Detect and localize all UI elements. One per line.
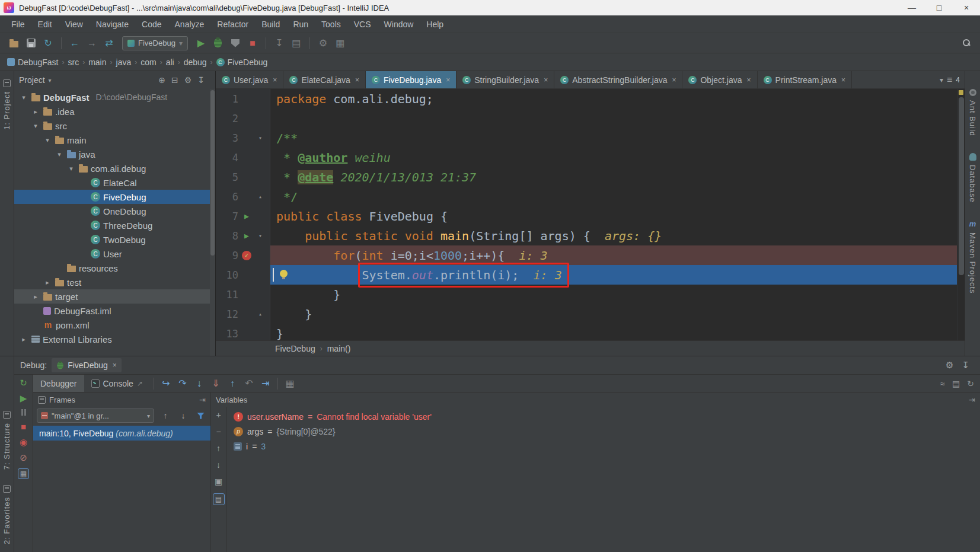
profiler-grid-icon[interactable]: ▦ <box>333 36 348 51</box>
gutter[interactable]: 1 <box>216 89 270 109</box>
project-panel-title[interactable]: Project <box>19 75 45 85</box>
code-editor[interactable]: 1package com.ali.debug;23▾/**4 * @author… <box>216 89 965 340</box>
search-everywhere-icon[interactable] <box>959 36 974 51</box>
tree-item-fivedebug[interactable]: CFiveDebug <box>14 190 215 204</box>
gutter[interactable]: 8▶▾ <box>216 226 270 245</box>
show-watches-toggle[interactable]: ▤ <box>213 493 225 505</box>
stop-icon[interactable]: ■ <box>21 422 26 431</box>
menu-refactor[interactable]: Refactor <box>210 20 255 29</box>
gutter[interactable]: 2 <box>216 109 270 128</box>
tree-item-elatecal[interactable]: CElateCal <box>14 176 215 190</box>
run-config-select[interactable]: FiveDebug ▾ <box>122 36 188 50</box>
mute-breakpoints-icon[interactable]: ⊘ <box>20 453 27 462</box>
tab-abstractstringbuilder-java[interactable]: CAbstractStringBuilder.java× <box>554 71 682 88</box>
breadcrumb-java[interactable]: java <box>116 58 132 67</box>
gutter[interactable]: 13 <box>216 324 270 340</box>
show-execution-point-icon[interactable]: ↪ <box>158 375 174 392</box>
code-text[interactable]: } <box>270 288 340 302</box>
fold-open-icon[interactable]: ▾ <box>255 232 266 239</box>
run-to-cursor-icon[interactable]: ⇥ <box>257 375 274 392</box>
tab-user-java[interactable]: CUser.java× <box>216 71 283 88</box>
tree-expanded-icon[interactable]: ▾ <box>55 151 64 158</box>
run-button[interactable]: ▶ <box>193 36 209 51</box>
breadcrumb-debugfast[interactable]: DebugFast <box>7 58 58 67</box>
lightbulb-icon[interactable] <box>280 270 288 277</box>
force-step-into-icon[interactable]: ⇓ <box>208 375 224 392</box>
tree-item-debugfast[interactable]: ▾DebugFastD:\code\DebugFast <box>14 90 215 104</box>
hide-panel-icon[interactable]: ↧ <box>962 360 969 371</box>
tool-button-database[interactable]: Database <box>968 153 977 203</box>
pin-right-icon[interactable]: ⇥ <box>199 395 206 404</box>
minimize-button[interactable]: — <box>898 0 925 15</box>
tree-expanded-icon[interactable]: ▾ <box>31 122 40 130</box>
locate-icon[interactable]: ⊕ <box>158 75 165 85</box>
tool-button-project[interactable]: 1: Project <box>2 79 11 130</box>
menu-window[interactable]: Window <box>378 20 420 29</box>
tree-item-src[interactable]: ▾src <box>14 119 215 133</box>
gear-icon[interactable]: ⚙ <box>946 360 953 371</box>
layout-icon[interactable]: ▤ <box>952 379 960 388</box>
fold-close-icon[interactable]: ▴ <box>255 193 266 200</box>
gutter[interactable]: 4 <box>216 148 270 167</box>
tree-item-resources[interactable]: resources <box>14 261 215 275</box>
close-icon[interactable]: × <box>672 76 676 84</box>
code-text[interactable]: public class FiveDebug { <box>270 209 448 224</box>
fold-close-icon[interactable]: ▴ <box>255 311 266 317</box>
previous-frame-icon[interactable]: ↑ <box>159 411 172 420</box>
close-icon[interactable]: × <box>544 76 548 84</box>
compare-icon[interactable]: ⇄ <box>101 36 117 51</box>
code-text[interactable]: package com.ali.debug; <box>270 92 433 106</box>
resume-icon[interactable]: ▶ <box>20 394 27 403</box>
drop-frame-icon[interactable]: ↶ <box>241 375 257 392</box>
dump-threads-icon[interactable]: ▤ <box>289 36 304 51</box>
tab-stringbuilder-java[interactable]: CStringBuilder.java× <box>457 71 554 88</box>
tool-button-structure[interactable]: 7: Structure <box>2 411 11 470</box>
settings-wrench-icon[interactable]: ⚙ <box>315 36 331 51</box>
tree-item-java[interactable]: ▾java <box>14 147 215 161</box>
close-icon[interactable]: × <box>747 76 751 84</box>
move-up-icon[interactable]: ↑ <box>216 443 221 453</box>
run-line-icon[interactable]: ▶ <box>238 231 255 240</box>
breakpoint-gutter[interactable]: ✓ <box>238 251 255 260</box>
code-text[interactable]: } <box>270 307 312 321</box>
step-over-icon[interactable]: ↷ <box>174 375 191 392</box>
tab-elatecal-java[interactable]: CElateCal.java× <box>283 71 366 88</box>
breadcrumb-com[interactable]: com <box>141 58 156 67</box>
rerun-icon[interactable]: ↻ <box>20 378 27 387</box>
tree-collapsed-icon[interactable]: ▸ <box>19 336 28 343</box>
debug-session-tab[interactable]: FiveDebug × <box>52 358 122 372</box>
duplicate-watch-icon[interactable]: ▣ <box>215 477 222 486</box>
code-text[interactable]: for(int i=0;i<1000;i++){ i: 3 <box>270 248 548 263</box>
menu-code[interactable]: Code <box>135 20 168 29</box>
tree-item-external-libraries[interactable]: ▸External Libraries <box>14 332 215 346</box>
debug-button[interactable] <box>210 36 226 51</box>
tree-item-com-ali-debug[interactable]: ▾com.ali.debug <box>14 161 215 176</box>
scrollbar-thumb[interactable] <box>210 90 215 256</box>
tree-item-threedebug[interactable]: CThreeDebug <box>14 218 215 232</box>
close-icon[interactable]: × <box>273 76 277 84</box>
breadcrumb-main[interactable]: main <box>88 58 106 67</box>
gutter[interactable]: 7▶ <box>216 206 270 226</box>
menu-vcs[interactable]: VCS <box>347 20 378 29</box>
variable-row[interactable]: pargs = {String[0]@522} <box>226 424 980 439</box>
code-text[interactable]: */ <box>270 190 298 204</box>
filter-frames-icon[interactable] <box>197 413 205 419</box>
remove-watch-icon[interactable]: − <box>216 427 221 436</box>
tool-button-favorites[interactable]: 2: Favorites <box>2 485 11 544</box>
menu-edit[interactable]: Edit <box>31 20 59 29</box>
layout-settings-icon[interactable]: ▦ <box>18 468 29 479</box>
tree-expanded-icon[interactable]: ▾ <box>43 136 52 144</box>
step-into-icon[interactable]: ↓ <box>191 375 208 392</box>
stop-button[interactable]: ■ <box>245 36 260 51</box>
tool-button-maven-projects[interactable]: mMaven Projects <box>968 219 977 294</box>
menu-navigate[interactable]: Navigate <box>90 20 135 29</box>
back-icon[interactable]: ← <box>67 36 82 51</box>
breadcrumb-fivedebug[interactable]: CFiveDebug <box>216 58 268 67</box>
tree-item-debugfast-iml[interactable]: DebugFast.iml <box>14 304 215 318</box>
tab-console[interactable]: Console ↗ <box>84 375 150 392</box>
menu-view[interactable]: View <box>59 20 90 29</box>
gutter[interactable]: 3▾ <box>216 128 270 148</box>
close-icon[interactable]: × <box>355 76 359 84</box>
code-text[interactable]: public static void main(String[] args) {… <box>270 229 662 243</box>
pause-icon[interactable] <box>21 409 26 416</box>
